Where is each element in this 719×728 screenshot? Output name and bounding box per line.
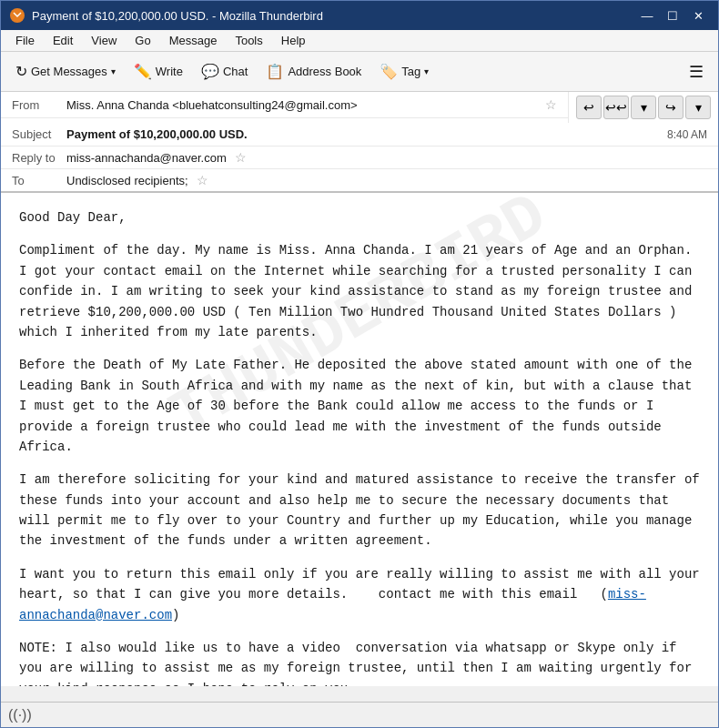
subject-label: Subject <box>12 127 66 141</box>
menu-go[interactable]: Go <box>127 32 157 49</box>
nav-buttons: ↩ ↩↩ ▾ ↪ ▾ <box>568 92 718 123</box>
menu-edit[interactable]: Edit <box>46 32 80 49</box>
body-greeting: Good Day Dear, <box>19 207 700 228</box>
reply-to-label: Reply to <box>12 151 66 165</box>
star-icon[interactable]: ☆ <box>545 97 557 112</box>
more-button[interactable]: ▾ <box>685 96 711 119</box>
menu-tools[interactable]: Tools <box>228 32 269 49</box>
address-book-button[interactable]: 📋 Address Book <box>258 59 369 84</box>
reply-to-row: Reply to miss-annachanda@naver.com ☆ <box>1 147 718 169</box>
from-value: Miss. Anna Chanda <bluehatconsulting24@g… <box>66 98 540 112</box>
to-star-icon[interactable]: ☆ <box>197 173 208 187</box>
subject-row: Subject Payment of $10,200,000.00 USD. 8… <box>1 123 718 147</box>
body-paragraph-5: NOTE: I also would like us to have a vid… <box>19 638 700 686</box>
write-icon: ✏️ <box>134 63 152 80</box>
forward-button[interactable]: ↪ <box>658 96 684 119</box>
reply-to-value: miss-annachanda@naver.com ☆ <box>66 150 707 165</box>
body-paragraph-4: I want you to return this email only if … <box>19 564 700 625</box>
get-messages-button[interactable]: ↻ Get Messages ▾ <box>8 59 123 84</box>
menu-view[interactable]: View <box>84 32 124 49</box>
menu-help[interactable]: Help <box>274 32 313 49</box>
time-display: 8:40 AM <box>667 128 707 141</box>
from-row: From Miss. Anna Chanda <bluehatconsultin… <box>1 92 568 118</box>
from-label: From <box>12 98 66 112</box>
to-row: To Undisclosed recipients; ☆ <box>1 169 718 191</box>
nav-dropdown-button[interactable]: ▾ <box>631 96 656 119</box>
app-icon <box>10 8 25 23</box>
email-header: From Miss. Anna Chanda <bluehatconsultin… <box>1 92 718 193</box>
menu-bar: File Edit View Go Message Tools Help <box>1 30 718 52</box>
maximize-button[interactable]: ☐ <box>662 6 684 25</box>
write-button[interactable]: ✏️ Write <box>127 59 190 84</box>
reply-button[interactable]: ↩ <box>576 96 602 119</box>
title-bar: Payment of $10,200,000.00 USD. - Mozilla… <box>1 1 718 30</box>
body-paragraph-2: Before the Death of My Late Father. He d… <box>19 355 700 457</box>
body-paragraph-1: Compliment of the day. My name is Miss. … <box>19 240 700 342</box>
menu-file[interactable]: File <box>8 32 42 49</box>
status-bar: ((·)) <box>1 702 718 727</box>
address-book-icon: 📋 <box>266 63 284 80</box>
tag-button[interactable]: 🏷️ Tag ▾ <box>372 59 436 84</box>
minimize-button[interactable]: — <box>636 6 658 25</box>
toolbar: ↻ Get Messages ▾ ✏️ Write 💬 Chat 📋 Addre… <box>1 52 718 92</box>
to-value: Undisclosed recipients; ☆ <box>66 173 707 187</box>
window-title: Payment of $10,200,000.00 USD. - Mozilla… <box>32 9 323 23</box>
wifi-icon: ((·)) <box>8 707 32 723</box>
close-button[interactable]: ✕ <box>687 6 709 25</box>
reply-all-button[interactable]: ↩↩ <box>603 96 629 119</box>
email-link[interactable]: miss-annachanda@naver.com <box>19 587 646 622</box>
menu-message[interactable]: Message <box>162 32 225 49</box>
hamburger-menu-button[interactable]: ☰ <box>682 58 711 86</box>
chat-button[interactable]: 💬 Chat <box>194 59 255 84</box>
subject-value: Payment of $10,200,000.00 USD. <box>66 127 667 141</box>
get-messages-icon: ↻ <box>15 63 27 80</box>
get-messages-dropdown-arrow[interactable]: ▾ <box>111 66 116 76</box>
body-paragraph-3: I am therefore soliciting for your kind … <box>19 470 700 551</box>
tag-icon: 🏷️ <box>380 63 398 80</box>
chat-icon: 💬 <box>201 63 219 80</box>
reply-to-star-icon[interactable]: ☆ <box>235 150 247 165</box>
tag-dropdown-arrow[interactable]: ▾ <box>424 66 429 76</box>
to-label: To <box>12 174 66 187</box>
email-body[interactable]: THUNDERBIRD Good Day Dear, Compliment of… <box>1 193 718 686</box>
